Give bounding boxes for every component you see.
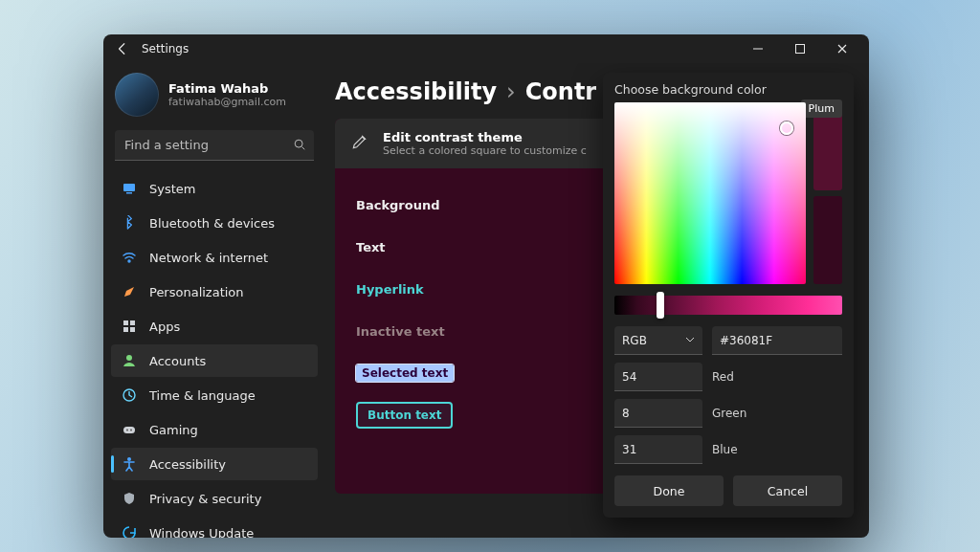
svg-point-12 xyxy=(130,430,132,431)
color-picker: Choose background color Plum R xyxy=(603,73,854,518)
green-label: Green xyxy=(712,407,746,420)
red-label: Red xyxy=(712,370,734,384)
blue-label: Blue xyxy=(712,443,738,456)
sidebar-item-label: Network & internet xyxy=(149,251,268,265)
red-input[interactable] xyxy=(614,363,702,391)
accessibility-icon xyxy=(121,455,138,473)
privacy-icon xyxy=(121,490,138,507)
sidebar-item-accessibility[interactable]: Accessibility xyxy=(111,448,318,480)
color-mode-select[interactable]: RGB xyxy=(614,326,702,355)
sidebar-item-gaming[interactable]: Gaming xyxy=(111,413,318,446)
panel-title: Edit contrast theme xyxy=(383,130,587,144)
svg-point-13 xyxy=(127,457,131,461)
sidebar-item-system[interactable]: System xyxy=(111,172,318,205)
cancel-button[interactable]: Cancel xyxy=(733,475,842,506)
sidebar-item-label: Gaming xyxy=(149,423,198,437)
bluetooth-icon xyxy=(121,214,138,232)
search xyxy=(115,130,314,161)
value-slider-thumb[interactable] xyxy=(657,292,664,319)
breadcrumb-root[interactable]: Accessibility xyxy=(335,78,497,105)
window-controls xyxy=(737,34,863,63)
panel-subtitle: Select a colored square to customize c xyxy=(383,144,587,157)
blue-input[interactable] xyxy=(614,435,702,464)
sv-cursor[interactable] xyxy=(780,121,793,135)
avatar xyxy=(115,73,159,117)
svg-rect-7 xyxy=(130,327,135,332)
profile-name: Fatima Wahab xyxy=(168,81,286,96)
sidebar-item-network[interactable]: Network & internet xyxy=(111,241,318,274)
svg-point-11 xyxy=(126,430,128,431)
gaming-icon xyxy=(121,421,138,438)
chevron-right-icon: › xyxy=(506,78,516,105)
sidebar-item-time[interactable]: Time & language xyxy=(111,379,318,411)
preview-column xyxy=(813,102,842,284)
main: Accessibility › Contr Edit contrast them… xyxy=(325,63,869,538)
sidebar: Fatima Wahab fatiwahab@gmail.com SystemB… xyxy=(103,63,325,538)
svg-point-8 xyxy=(126,355,132,361)
svg-rect-5 xyxy=(130,320,135,325)
breadcrumb-page: Contr xyxy=(525,78,597,105)
accounts-icon xyxy=(121,352,138,369)
sidebar-item-label: System xyxy=(149,182,195,196)
sidebar-item-label: Personalization xyxy=(149,285,244,299)
row-selected-text[interactable]: Selected text xyxy=(356,352,515,394)
close-button[interactable] xyxy=(821,34,863,63)
sidebar-item-label: Accounts xyxy=(149,354,206,368)
done-button[interactable]: Done xyxy=(614,475,724,506)
sidebar-item-label: Accessibility xyxy=(149,457,226,472)
brush-icon xyxy=(350,132,369,155)
svg-rect-2 xyxy=(123,184,135,191)
hex-input[interactable] xyxy=(712,326,842,355)
green-input[interactable] xyxy=(614,399,702,428)
profile-email: fatiwahab@gmail.com xyxy=(168,96,286,108)
sidebar-item-label: Privacy & security xyxy=(149,492,261,506)
maximize-button[interactable] xyxy=(779,34,821,63)
settings-window: Settings Fatima Wahab fatiwahab@gmail.co… xyxy=(103,34,869,538)
sidebar-item-label: Time & language xyxy=(149,388,256,403)
row-hyperlink[interactable]: Hyperlink xyxy=(356,268,515,310)
sidebar-item-label: Bluetooth & devices xyxy=(149,216,275,231)
search-input[interactable] xyxy=(115,130,314,161)
back-button[interactable] xyxy=(109,35,136,62)
apps-icon xyxy=(121,318,138,335)
svg-rect-0 xyxy=(796,45,805,54)
titlebar: Settings xyxy=(103,34,869,63)
sidebar-item-bluetooth[interactable]: Bluetooth & devices xyxy=(111,207,318,239)
sidebar-item-label: Apps xyxy=(149,320,180,334)
sidebar-item-privacy[interactable]: Privacy & security xyxy=(111,482,318,515)
svg-point-1 xyxy=(295,140,302,147)
system-icon xyxy=(121,180,138,197)
row-button-text[interactable]: Button text xyxy=(356,394,515,436)
sv-canvas[interactable] xyxy=(614,102,806,284)
preview-current xyxy=(813,196,842,284)
color-name-tooltip: Plum xyxy=(801,99,842,118)
row-inactive-text[interactable]: Inactive text xyxy=(356,310,515,352)
time-icon xyxy=(121,386,138,404)
sidebar-item-personalization[interactable]: Personalization xyxy=(111,276,318,308)
nav-list: SystemBluetooth & devicesNetwork & inter… xyxy=(111,172,318,538)
sidebar-item-label: Windows Update xyxy=(149,526,254,539)
svg-rect-3 xyxy=(126,192,132,194)
search-icon xyxy=(293,138,306,154)
personalization-icon xyxy=(121,283,138,300)
svg-rect-10 xyxy=(123,427,135,433)
row-background[interactable]: Background xyxy=(356,184,515,226)
network-icon xyxy=(121,249,138,266)
sidebar-item-update[interactable]: Windows Update xyxy=(111,517,318,538)
update-icon xyxy=(121,524,138,538)
svg-rect-6 xyxy=(123,327,128,332)
picker-title: Choose background color xyxy=(614,82,842,97)
window-title: Settings xyxy=(142,42,189,55)
value-slider[interactable] xyxy=(614,296,842,315)
minimize-button[interactable] xyxy=(737,34,779,63)
sidebar-item-apps[interactable]: Apps xyxy=(111,310,318,342)
sidebar-item-accounts[interactable]: Accounts xyxy=(111,344,318,377)
profile[interactable]: Fatima Wahab fatiwahab@gmail.com xyxy=(111,67,318,126)
row-text[interactable]: Text xyxy=(356,226,515,268)
chevron-down-icon xyxy=(685,334,695,347)
svg-rect-4 xyxy=(123,320,128,325)
